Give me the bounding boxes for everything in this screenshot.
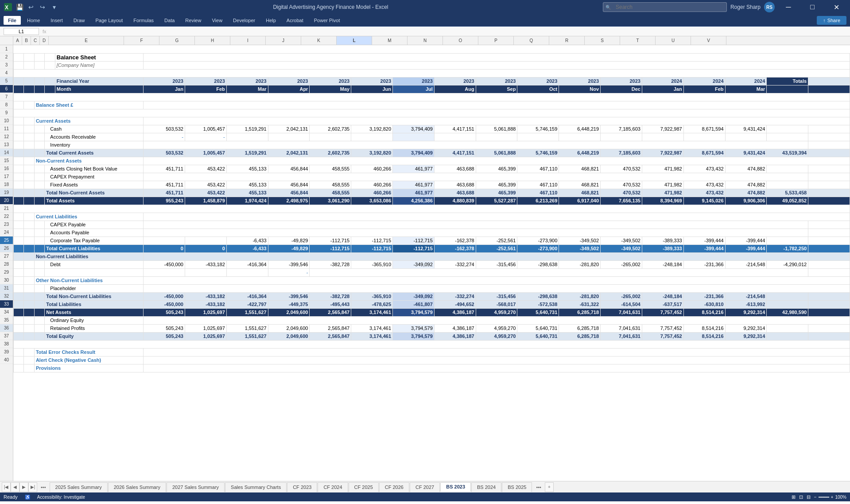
tab-2025-sales[interactable]: 2025 Sales Summary bbox=[50, 482, 108, 492]
col-s[interactable]: S bbox=[585, 36, 620, 45]
tab-nav-next[interactable]: ▶ bbox=[19, 482, 28, 492]
col-c[interactable]: C bbox=[31, 36, 40, 45]
tab-sales-charts[interactable]: Sales Summary Charts bbox=[225, 482, 287, 492]
tab-formulas[interactable]: Formulas bbox=[129, 16, 158, 25]
row-39: Alert Check (Negative Cash) bbox=[14, 356, 850, 364]
col-l[interactable]: L bbox=[337, 36, 372, 45]
tab-bs-2024[interactable]: BS 2024 bbox=[471, 482, 501, 492]
minimize-button[interactable]: ─ bbox=[778, 0, 799, 14]
rn-25: 25 bbox=[0, 236, 13, 244]
save-icon[interactable]: 💾 bbox=[15, 3, 24, 12]
zoom-control: − ━━━━ + 100% bbox=[814, 495, 846, 500]
tab-nav-prev[interactable]: ◀ bbox=[11, 482, 19, 492]
rn-15: 15 bbox=[0, 157, 13, 165]
excel-grid: Balance Sheet [Company Name] Financial Y… bbox=[13, 45, 850, 372]
redo-icon[interactable]: ↪ bbox=[38, 3, 47, 12]
current-assets-label: Current Assets bbox=[34, 117, 143, 125]
excel-icon[interactable]: X bbox=[4, 3, 12, 12]
corp-tax-label: Corporate Tax Payable bbox=[45, 236, 144, 244]
col-j[interactable]: J bbox=[266, 36, 301, 45]
view-layout-icon[interactable]: ⊡ bbox=[799, 494, 803, 500]
tab-developer[interactable]: Developer bbox=[229, 16, 260, 25]
row-23b: Accounts Payable bbox=[14, 229, 850, 236]
rn-1: 1 bbox=[0, 45, 13, 53]
row-10: Current Assets bbox=[14, 117, 850, 125]
zoom-out-icon[interactable]: − bbox=[814, 495, 817, 500]
tab-cf-2023[interactable]: CF 2023 bbox=[287, 482, 317, 492]
tab-file[interactable]: File bbox=[4, 16, 21, 25]
tab-power-pivot[interactable]: Power Pivot bbox=[310, 16, 345, 25]
tab-nav-first[interactable]: |◀ bbox=[2, 482, 11, 492]
tab-cf-2024[interactable]: CF 2024 bbox=[318, 482, 348, 492]
col-d[interactable]: D bbox=[40, 36, 49, 45]
tab-bs-2025[interactable]: BS 2025 bbox=[502, 482, 532, 492]
col-b[interactable]: B bbox=[22, 36, 31, 45]
month-label: Month bbox=[55, 85, 143, 93]
close-button[interactable]: ✕ bbox=[826, 0, 846, 14]
tab-more-left[interactable]: ••• bbox=[37, 485, 50, 490]
dropdown-icon[interactable]: ▾ bbox=[50, 3, 58, 12]
grid-area: Balance Sheet [Company Name] Financial Y… bbox=[13, 45, 850, 481]
col-f[interactable]: F bbox=[124, 36, 159, 45]
col-h[interactable]: H bbox=[195, 36, 230, 45]
tab-acrobat[interactable]: Acrobat bbox=[282, 16, 308, 25]
placeholder-label: Placeholder bbox=[45, 284, 144, 292]
rn-4: 4 bbox=[0, 69, 13, 77]
zoom-slider[interactable]: ━━━━ bbox=[819, 495, 829, 500]
capex-payable-label: CAPEX Payable bbox=[45, 221, 144, 229]
col-m[interactable]: M bbox=[372, 36, 408, 45]
view-normal-icon[interactable]: ⊞ bbox=[792, 494, 796, 500]
tab-add[interactable]: + bbox=[545, 482, 554, 492]
fy-jan: 2023 bbox=[144, 77, 185, 85]
col-v[interactable]: V bbox=[691, 36, 726, 45]
rn-26: 26 bbox=[0, 244, 13, 252]
row-19: Total Non-Current Assets 451,711 453,422… bbox=[14, 189, 850, 197]
tab-page-layout[interactable]: Page Layout bbox=[91, 16, 127, 25]
undo-icon[interactable]: ↩ bbox=[27, 3, 35, 12]
col-e[interactable]: E bbox=[49, 36, 124, 45]
tab-view[interactable]: View bbox=[207, 16, 227, 25]
tab-2026-sales[interactable]: 2026 Sales Summary bbox=[108, 482, 166, 492]
tab-draw[interactable]: Draw bbox=[69, 16, 89, 25]
tab-bs-2023[interactable]: BS 2023 bbox=[440, 482, 471, 492]
search-wrapper[interactable] bbox=[603, 2, 727, 12]
ribbon: File Home Insert Draw Page Layout Formul… bbox=[0, 14, 850, 27]
rn-37: 37 bbox=[0, 332, 13, 340]
col-o[interactable]: O bbox=[443, 36, 478, 45]
col-a[interactable]: A bbox=[13, 36, 22, 45]
provisions-label: Provisions bbox=[34, 364, 143, 372]
share-button[interactable]: ↑ Share bbox=[817, 16, 846, 25]
name-box[interactable] bbox=[4, 28, 39, 35]
col-k[interactable]: K bbox=[301, 36, 337, 45]
view-break-icon[interactable]: ⊟ bbox=[807, 494, 811, 500]
rn-11: 11 bbox=[0, 125, 13, 133]
tab-home[interactable]: Home bbox=[23, 16, 44, 25]
tab-data[interactable]: Data bbox=[160, 16, 179, 25]
tab-help[interactable]: Help bbox=[261, 16, 280, 25]
col-q[interactable]: Q bbox=[514, 36, 549, 45]
search-input[interactable] bbox=[603, 2, 727, 12]
col-r[interactable]: R bbox=[549, 36, 585, 45]
tab-2027-sales[interactable]: 2027 Sales Summary bbox=[167, 482, 225, 492]
col-g[interactable]: G bbox=[159, 36, 195, 45]
tab-review[interactable]: Review bbox=[181, 16, 206, 25]
rn-16: 16 bbox=[0, 165, 13, 173]
col-u[interactable]: U bbox=[656, 36, 691, 45]
tab-cf-2027[interactable]: CF 2027 bbox=[410, 482, 440, 492]
rn-12: 12 bbox=[0, 133, 13, 141]
col-p[interactable]: P bbox=[478, 36, 514, 45]
tab-more-right[interactable]: ••• bbox=[532, 485, 545, 490]
tab-cf-2025[interactable]: CF 2025 bbox=[349, 482, 379, 492]
bs-label: Balance Sheet £ bbox=[34, 101, 143, 109]
col-i[interactable]: I bbox=[230, 36, 266, 45]
error-checks-label: Total Error Checks Result bbox=[34, 348, 143, 356]
col-t[interactable]: T bbox=[620, 36, 656, 45]
row-18: Fixed Assets 451,711 453,422 455,133 456… bbox=[14, 181, 850, 189]
row-3: [Company Name] bbox=[14, 61, 850, 69]
tab-insert[interactable]: Insert bbox=[46, 16, 67, 25]
tab-cf-2026[interactable]: CF 2026 bbox=[379, 482, 409, 492]
tab-nav-last[interactable]: ▶| bbox=[28, 482, 37, 492]
maximize-button[interactable]: □ bbox=[802, 0, 823, 14]
zoom-in-icon[interactable]: + bbox=[831, 495, 834, 500]
col-n[interactable]: N bbox=[408, 36, 443, 45]
